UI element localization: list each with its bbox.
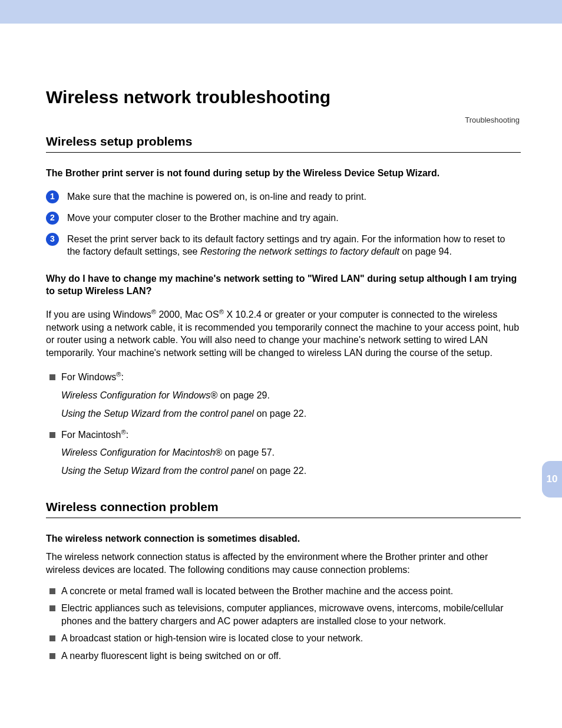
list-item-text: A concrete or metal framed wall is locat…: [61, 585, 453, 598]
square-bullet-icon: [49, 653, 55, 659]
step-text: Reset the print server back to its defau…: [67, 233, 521, 258]
sub-line: Wireless Configuration for Windows® on p…: [61, 388, 521, 403]
text-part: on page 22.: [254, 409, 306, 419]
issue-heading-b: Why do I have to change my machine's net…: [46, 272, 521, 298]
step-item: 2 Move your computer closer to the Broth…: [46, 212, 521, 225]
cross-ref-link[interactable]: Restoring the network settings to factor…: [200, 246, 399, 256]
section-heading-connection: Wireless connection problem: [46, 500, 521, 514]
list-item: For Windows®: Wireless Configuration for…: [46, 371, 521, 422]
registered-mark: ®: [121, 428, 125, 435]
platform-list: For Windows®: Wireless Configuration for…: [46, 371, 521, 479]
section-heading-setup: Wireless setup problems: [46, 134, 521, 149]
issue-heading-c: The wireless network connection is somet…: [46, 532, 521, 545]
registered-mark: ®: [151, 308, 156, 315]
step-badge-icon: 2: [46, 212, 59, 225]
running-header: Troubleshooting: [465, 116, 520, 124]
list-item-text: A broadcast station or high-tension wire…: [61, 632, 363, 645]
text-part: For Macintosh: [61, 430, 121, 440]
cross-ref-link[interactable]: Using the Setup Wizard from the control …: [61, 409, 254, 419]
text-part: If you are using Windows: [46, 309, 151, 319]
registered-mark: ®: [219, 308, 224, 315]
text-part: 2000, Mac OS: [156, 309, 219, 319]
step-badge-icon: 1: [46, 190, 59, 203]
square-bullet-icon: [49, 588, 55, 594]
top-bar: [0, 0, 562, 24]
square-bullet-icon: [49, 635, 55, 641]
list-item-label: For Windows®:: [61, 371, 521, 384]
text-part: For Windows: [61, 372, 116, 382]
step-item: 1 Make sure that the machine is powered …: [46, 190, 521, 203]
step-text: Make sure that the machine is powered on…: [67, 190, 521, 203]
list-item: A broadcast station or high-tension wire…: [46, 632, 521, 645]
registered-mark: ®: [116, 371, 121, 378]
square-bullet-icon: [49, 605, 55, 611]
conditions-list: A concrete or metal framed wall is locat…: [46, 585, 521, 663]
text-part: on page 57.: [222, 447, 275, 457]
sub-line: Wireless Configuration for Macintosh® on…: [61, 446, 521, 460]
list-item: Electric appliances such as televisions,…: [46, 602, 521, 627]
section-rule: [46, 518, 521, 518]
square-bullet-icon: [49, 374, 55, 380]
list-item: A nearby fluorescent light is being swit…: [46, 650, 521, 663]
cross-ref-link[interactable]: Wireless Configuration for Windows®: [61, 390, 217, 400]
text-part: on page 22.: [254, 466, 306, 476]
step-text-part: on page 94.: [399, 246, 452, 256]
section-rule: [46, 152, 521, 153]
list-item-text: Electric appliances such as televisions,…: [61, 602, 521, 627]
list-item-label: For Macintosh®:: [61, 429, 521, 442]
list-item: A concrete or metal framed wall is locat…: [46, 585, 521, 598]
page-content: Troubleshooting Wireless network trouble…: [0, 87, 562, 662]
cross-ref-link[interactable]: Using the Setup Wizard from the control …: [61, 466, 254, 476]
step-badge-icon: 3: [46, 233, 59, 246]
issue-heading-a: The Brother print server is not found du…: [46, 167, 521, 180]
sub-line: Using the Setup Wizard from the control …: [61, 464, 521, 479]
step-item: 3 Reset the print server back to its def…: [46, 233, 521, 258]
list-item-text: A nearby fluorescent light is being swit…: [61, 650, 281, 663]
paragraph: If you are using Windows® 2000, Mac OS® …: [46, 308, 521, 359]
numbered-steps: 1 Make sure that the machine is powered …: [46, 190, 521, 258]
sub-line: Using the Setup Wizard from the control …: [61, 407, 521, 421]
list-item: For Macintosh®: Wireless Configuration f…: [46, 429, 521, 480]
square-bullet-icon: [49, 432, 55, 438]
paragraph: The wireless network connection status i…: [46, 551, 521, 576]
chapter-tab[interactable]: 10: [542, 461, 562, 498]
text-part: :: [126, 430, 128, 440]
text-part: :: [121, 372, 124, 382]
cross-ref-link[interactable]: Wireless Configuration for Macintosh®: [61, 447, 222, 457]
step-text: Move your computer closer to the Brother…: [67, 212, 521, 225]
text-part: on page 29.: [217, 390, 270, 400]
page-title: Wireless network troubleshooting: [46, 87, 521, 107]
